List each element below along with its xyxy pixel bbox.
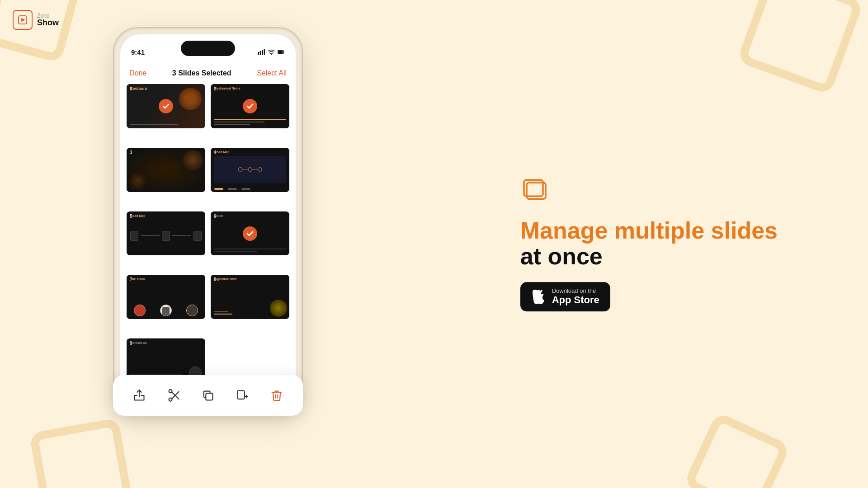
slides-grid: Restaura 1 Restaurant Name [127, 84, 289, 404]
svg-rect-8 [278, 51, 283, 53]
slide-num-4: 4 [214, 150, 217, 155]
svg-rect-20 [238, 391, 245, 399]
app-store-text: Download on the App Store [552, 288, 599, 306]
slide-num-3: 3 [130, 150, 132, 155]
headline-black: at once [520, 244, 778, 270]
bg-decoration-br [683, 411, 791, 488]
slide-num-2: 2 [214, 86, 217, 91]
select-all-button[interactable]: Select All [257, 69, 287, 77]
app-store-large: App Store [552, 295, 599, 306]
slide-6-check [243, 226, 257, 241]
logo: Zoho Show [13, 10, 59, 30]
phone-mockup: 9:41 [113, 27, 303, 411]
signal-icon [258, 48, 265, 56]
logo-show: Show [37, 19, 59, 27]
app-store-small: Download on the [552, 288, 599, 295]
feature-icon [520, 176, 778, 205]
svg-point-9 [238, 167, 242, 171]
headline-orange: Manage multiple slides [520, 218, 778, 244]
phone-frame: 9:41 [113, 27, 303, 411]
slide-count-label: 3 Slides Selected [172, 69, 231, 77]
app-store-button[interactable]: Download on the App Store [520, 282, 610, 312]
copy-button[interactable] [197, 384, 219, 407]
phone-screen: 9:41 [120, 34, 296, 404]
delete-button[interactable] [265, 384, 288, 407]
slide-7[interactable]: The Team 7 [127, 275, 205, 319]
status-icons [258, 48, 285, 56]
slide-2[interactable]: Restaurant Name 2 [211, 84, 289, 128]
slide-num-1: 1 [130, 86, 132, 91]
slide-num-9: 9 [130, 341, 132, 346]
slide-num-5: 5 [130, 214, 132, 219]
wifi-icon [268, 48, 275, 56]
play-icon [18, 15, 28, 25]
slide-1-check [159, 99, 173, 113]
done-button[interactable]: Done [129, 69, 146, 77]
headline: Manage multiple slides at once [520, 218, 778, 269]
slide-3[interactable]: 3 [127, 148, 205, 192]
apple-logo [531, 290, 546, 304]
bg-decoration-bl [29, 418, 134, 488]
status-time: 9:41 [131, 48, 145, 56]
slide-6[interactable]: Vision 6 [211, 211, 289, 256]
svg-point-6 [271, 54, 272, 55]
logo-icon [13, 10, 33, 30]
svg-marker-1 [21, 18, 25, 22]
cut-button[interactable] [162, 384, 185, 407]
add-slide-button[interactable] [231, 384, 254, 407]
slide-5[interactable]: Road Map 5 [127, 211, 205, 256]
svg-rect-5 [264, 49, 265, 55]
share-button[interactable] [128, 384, 151, 407]
slide-4[interactable]: Road Map [211, 148, 289, 192]
svg-rect-3 [260, 51, 261, 55]
svg-point-10 [248, 167, 252, 171]
svg-point-11 [258, 167, 262, 171]
slide-selection-bar: Done 3 Slides Selected Select All [120, 63, 296, 83]
slide-2-check [243, 99, 257, 113]
logo-text: Zoho Show [37, 13, 59, 27]
slide-8[interactable]: Signature Dish 8 [211, 275, 289, 319]
slide-num-7: 7 [130, 277, 132, 282]
slide-1[interactable]: Restaura 1 [127, 84, 205, 128]
battery-icon [278, 48, 285, 56]
svg-rect-19 [206, 393, 212, 400]
slide-num-8: 8 [214, 277, 217, 282]
svg-rect-4 [262, 50, 263, 55]
feature-description: Manage multiple slides at once Download … [520, 176, 778, 311]
svg-rect-2 [258, 52, 259, 55]
action-toolbar [113, 375, 303, 416]
bg-decoration-tr [736, 0, 864, 95]
dynamic-island [181, 41, 235, 56]
slide-num-6: 6 [214, 214, 217, 219]
